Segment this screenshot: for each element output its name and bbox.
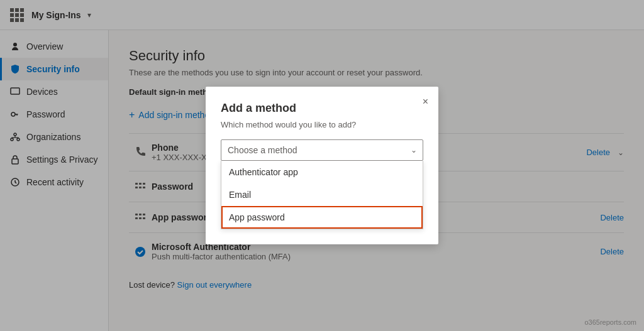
option-app-password[interactable]: App password — [221, 206, 423, 229]
method-dropdown[interactable]: Choose a method — [221, 139, 423, 161]
method-dropdown-container: Choose a method ⌄ — [221, 139, 423, 161]
dialog-title: Add a method — [221, 102, 423, 115]
add-method-dialog: Add a method Which method would you like… — [206, 87, 438, 244]
dropdown-options-list: Authenticator app Email App password — [221, 161, 423, 229]
option-email[interactable]: Email — [221, 183, 423, 206]
dialog-subtitle: Which method would you like to add? — [221, 120, 423, 129]
option-authenticator-app[interactable]: Authenticator app — [221, 161, 423, 183]
dialog-close-button[interactable]: × — [423, 97, 428, 107]
modal-overlay: Add a method Which method would you like… — [0, 0, 644, 331]
